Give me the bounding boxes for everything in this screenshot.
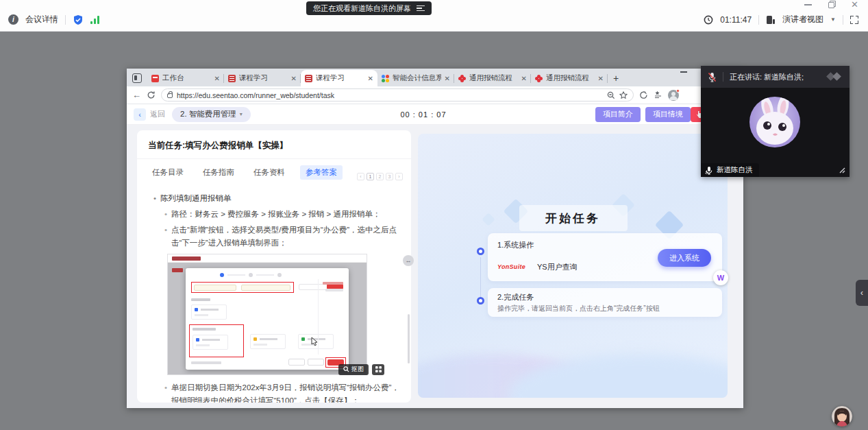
answer-screenshot-1 (167, 254, 367, 375)
banner-menu-icon[interactable] (417, 4, 425, 13)
divider (65, 15, 66, 25)
bullet-path: 路径：财务云 > 费控服务 > 报账业务 > 报销 > 通用报销单； (164, 208, 400, 221)
new-tab-icon[interactable]: + (613, 73, 619, 84)
start-task-panel: 开始任务 1.系统操作 YonSuite YS用户查询 进入系统 2.完成任务 … (418, 134, 728, 398)
window-minimize-icon[interactable] (804, 4, 812, 5)
meeting-duration: 01:11:47 (720, 15, 752, 25)
step2-desc: 操作完毕，请返回当前页，点击右上角“完成任务”按钮 (497, 304, 660, 313)
browser-profile-avatar[interactable] (668, 90, 679, 101)
page-prev-icon[interactable]: ‹ (357, 173, 364, 180)
window-restore-icon[interactable] (828, 2, 834, 8)
tab-close-icon[interactable]: ✕ (214, 75, 220, 82)
course-selector[interactable]: 2. 智能费用管理 ▾ (172, 107, 251, 122)
chevron-down-icon: ▾ (240, 111, 243, 117)
browser-tab-workbench[interactable]: 工作台 ✕ (147, 70, 224, 86)
start-task-title: 开始任务 (418, 211, 728, 226)
extensions-icon[interactable] (639, 91, 648, 99)
fullscreen-icon[interactable] (850, 16, 858, 24)
tab-task-guide[interactable]: 任务指南 (199, 165, 238, 180)
clock-icon (704, 15, 713, 25)
back-chevron-icon[interactable]: ‹ (134, 108, 146, 121)
grid-view-icon[interactable] (372, 364, 384, 375)
browser-tab-accounting-system[interactable]: 智能会计信息系统R ✕ (377, 70, 454, 86)
refresh-icon[interactable] (147, 91, 156, 99)
yonsuite-logo: YonSuite (497, 263, 525, 270)
tab-close-icon[interactable]: ✕ (445, 75, 450, 82)
back-label[interactable]: 返回 (150, 109, 165, 119)
accounting-favicon (382, 75, 389, 82)
bullet-step2: 单据日期切换日期为202x年3月9日，报销说明填写“报销办公费”，报销明细表中的… (164, 381, 406, 403)
tab-reference-answer[interactable]: 参考答案 (300, 165, 343, 180)
mic-muted-icon (708, 72, 717, 82)
browser-tab-reimburse-1[interactable]: 通用报销流程 ✕ (454, 70, 531, 86)
tab-label: 智能会计信息系统R (393, 73, 441, 83)
annotation-box-2 (189, 324, 244, 357)
tab-close-icon[interactable]: ✕ (598, 75, 604, 82)
current-task-title: 当前任务:填写办公费报销单【实操】 (137, 130, 411, 159)
tab-label: 通用报销流程 (546, 73, 595, 83)
annotation-box-1 (191, 282, 294, 293)
chevron-down-icon[interactable]: ▼ (830, 16, 836, 23)
tab-close-icon[interactable]: ✕ (368, 75, 373, 82)
self-avatar[interactable] (832, 406, 852, 427)
tab-label: 课程学习 (316, 73, 364, 83)
timeline-line (480, 257, 481, 298)
page-2[interactable]: 2 (376, 173, 384, 180)
address-bar[interactable]: https://edu.seentao.com/runner_web/stude… (161, 88, 634, 101)
page-next-icon[interactable]: › (395, 173, 403, 180)
video-panel-header: 正在讲话: 新道陈自洪; (701, 66, 850, 88)
tab-task-catalog[interactable]: 任务目录 (148, 165, 188, 180)
page-1[interactable]: 1 (367, 173, 374, 180)
window-close-icon[interactable]: ✕ (851, 1, 858, 8)
meeting-details-label[interactable]: 会议详情 (25, 14, 58, 25)
tab-task-material[interactable]: 任务资料 (249, 165, 289, 180)
timeline-dot-2 (477, 297, 484, 304)
tab-workspaces-icon[interactable] (132, 73, 142, 83)
mouse-cursor-icon (310, 337, 319, 346)
enter-system-button[interactable]: 进入系统 (658, 249, 711, 267)
reimburse-favicon (535, 75, 543, 82)
url-text: https://edu.seentao.com/runner_web/stude… (177, 91, 603, 99)
video-feed: 新道陈自洪 (701, 88, 850, 177)
project-context-button[interactable]: 项目情境 (645, 107, 691, 122)
bullet-step1: 点击“新增”按钮，选择交易类型/费用项目为“办公费”，选中之后点击“下一步”进入… (164, 224, 400, 250)
snip-button[interactable]: 抠图 (338, 364, 369, 375)
security-shield-icon[interactable] (73, 14, 84, 25)
task-page-header: ‹ 返回 2. 智能费用管理 ▾ 00 : 01 : 07 项目简介 项目情境 (127, 104, 743, 125)
zoom-out-icon[interactable] (607, 91, 615, 99)
task-content-area: 当前任务:填写办公费报销单【实操】 任务目录 任务指南 任务资料 参考答案 ‹ … (127, 125, 743, 408)
browser-tab-course-1[interactable]: 课程学习 ✕ (224, 70, 301, 86)
favorite-star-icon[interactable] (619, 91, 628, 99)
step2-card: 2.完成任务 操作完毕，请返回当前页，点击右上角“完成任务”按钮 (488, 288, 722, 317)
page-3[interactable]: 3 (386, 173, 393, 180)
info-icon[interactable]: i (8, 14, 18, 25)
timeline-dot-1 (477, 248, 484, 255)
view-layout-icon (766, 15, 776, 25)
course-selector-label: 2. 智能费用管理 (180, 109, 236, 119)
back-arrow-icon[interactable]: ← (132, 91, 141, 99)
tab-close-icon[interactable]: ✕ (291, 75, 297, 82)
divider (758, 15, 759, 25)
tab-close-icon[interactable]: ✕ (521, 75, 527, 82)
browser-tab-course-2-active[interactable]: 课程学习 ✕ (301, 70, 377, 86)
assistant-badge[interactable]: W (713, 270, 728, 285)
tab-label: 通用报销流程 (469, 73, 518, 83)
collections-icon[interactable] (654, 91, 662, 99)
step1-desc: YS用户查询 (537, 262, 578, 272)
resize-handle-icon[interactable] (837, 165, 845, 174)
project-intro-button[interactable]: 项目简介 (595, 107, 641, 122)
panel-scrollbar[interactable] (408, 314, 410, 363)
current-task-panel: 当前任务:填写办公费报销单【实操】 任务目录 任务指南 任务资料 参考答案 ‹ … (137, 130, 411, 403)
browser-minimize-icon[interactable] (680, 71, 687, 73)
notification-dot (676, 89, 680, 93)
panel-resize-handle[interactable]: ↔ (403, 255, 414, 266)
participant-name: 新道陈自洪 (717, 165, 753, 175)
mock-modal (186, 268, 349, 370)
tab-label: 课程学习 (239, 73, 288, 83)
bullet-main: 陈列填制通用报销单 (153, 192, 401, 205)
sidebar-collapse-tab[interactable]: ‹ (856, 280, 868, 306)
network-signal-icon[interactable] (90, 16, 99, 24)
speaker-video-panel[interactable]: 正在讲话: 新道陈自洪; (701, 66, 850, 177)
browser-tab-reimburse-2[interactable]: 通用报销流程 ✕ (531, 70, 608, 86)
view-mode-selector[interactable]: 演讲者视图 (782, 14, 823, 25)
